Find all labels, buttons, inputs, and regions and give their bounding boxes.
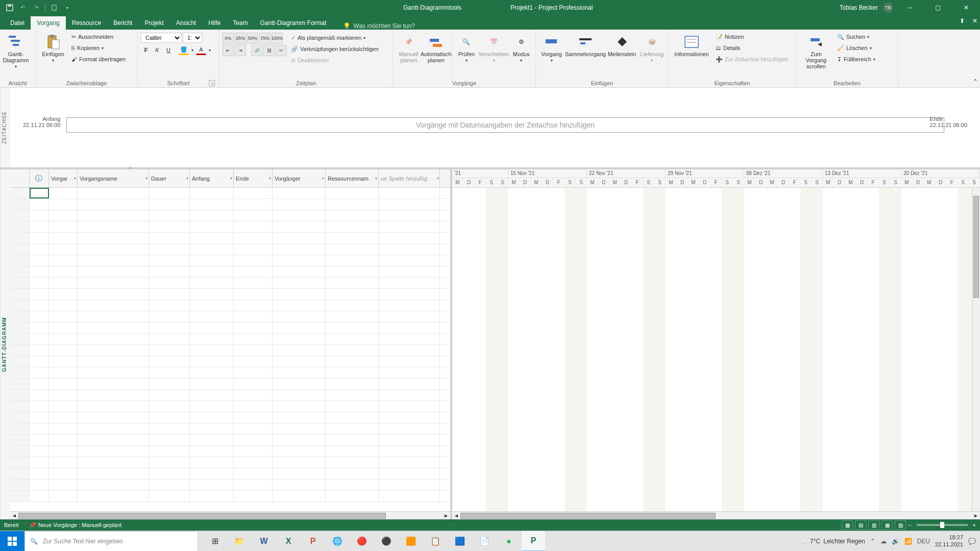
find-button[interactable]: 🔍Suchen ▾ (835, 32, 877, 42)
col-start[interactable]: Anfang▾ (190, 169, 234, 187)
view-resource-sheet-button[interactable]: ▦ (881, 520, 893, 530)
cut-button[interactable]: ✂Ausschneiden (69, 32, 128, 42)
table-row[interactable] (10, 480, 450, 491)
move-button[interactable]: 📅Verschieben▾ (480, 32, 508, 79)
table-row[interactable] (10, 367, 450, 379)
insert-deliverable-button[interactable]: 📦Lieferung▾ (639, 32, 665, 79)
file-explorer-icon[interactable]: 📁 (228, 531, 251, 552)
edge-icon[interactable]: 🟦 (448, 531, 472, 552)
font-size-select[interactable]: 11 (183, 33, 202, 43)
pct-50-button[interactable]: 50% (247, 33, 258, 44)
table-row[interactable] (10, 390, 450, 401)
volume-icon[interactable]: 🔊 (892, 538, 899, 545)
table-row[interactable] (10, 446, 450, 457)
tab-vorgang[interactable]: Vorgang (31, 16, 66, 30)
add-to-timeline-button[interactable]: ➕Zur Zeitachse hinzufügen (714, 54, 790, 64)
table-hscroll[interactable]: ◄ ► (10, 511, 450, 519)
gantt-diagram-button[interactable]: Gantt- Diagramm ▾ (3, 32, 29, 79)
bold-button[interactable]: F (141, 45, 151, 55)
touch-mode-icon[interactable] (50, 3, 59, 12)
table-row[interactable] (10, 401, 450, 412)
col-add-new[interactable]: ue Spalte hinzufüg▾ (379, 169, 440, 187)
manual-schedule-button[interactable]: 📌Manuell planen (396, 32, 421, 79)
table-row[interactable] (10, 379, 450, 390)
chrome-icon[interactable]: 🔴 (350, 531, 374, 552)
chart-hscroll[interactable]: ◄ ► (452, 511, 980, 519)
table-row[interactable] (10, 322, 450, 334)
mark-on-track-button[interactable]: ✓Als plangemäß markieren ▾ (289, 33, 381, 43)
outdent-button[interactable]: ⇤ (223, 45, 234, 56)
pct-100-button[interactable]: 100% (272, 33, 283, 44)
split-button[interactable]: ✂ (276, 45, 287, 56)
notepad-icon[interactable]: 📄 (473, 531, 496, 552)
insert-task-button[interactable]: Vorgang▾ (539, 32, 564, 79)
taskbar-clock[interactable]: 18:27 22.11.2021 (935, 534, 963, 547)
taskbar-search[interactable]: 🔍 Zur Suche Text hier eingeben (24, 531, 198, 552)
insert-milestone-button[interactable]: Meilenstein (607, 32, 637, 79)
col-task-name[interactable]: Vorgangsname▾ (78, 169, 149, 187)
edge-legacy-icon[interactable]: 🌐 (326, 531, 349, 552)
pct-0-button[interactable]: 0% (223, 33, 234, 44)
table-row[interactable] (10, 199, 450, 210)
font-name-select[interactable]: Calibri (141, 33, 182, 43)
paste-button[interactable]: Einfügen ▾ (39, 32, 67, 79)
app-icon-2[interactable]: 📋 (424, 531, 447, 552)
save-icon[interactable] (5, 3, 14, 12)
notes-button[interactable]: 📝Notizen (714, 32, 790, 42)
qat-customize-icon[interactable]: ▾ (63, 3, 72, 12)
respect-links-button[interactable]: 🔗Verknüpfungen berücksichtigen (289, 44, 381, 54)
link-button[interactable]: 🔗 (251, 45, 262, 56)
copy-button[interactable]: ⎘Kopieren ▾ (69, 43, 128, 53)
font-dialog-launcher[interactable]: ↘ (209, 80, 215, 86)
windows-start-button[interactable] (0, 531, 24, 552)
project-icon[interactable]: P (522, 531, 545, 552)
ribbon-close-icon[interactable]: ✕ (972, 17, 977, 24)
zoom-slider[interactable] (917, 524, 968, 526)
user-avatar[interactable]: TB (883, 3, 893, 13)
highlight-dropdown[interactable]: ▾ (190, 45, 195, 55)
timeline-bar[interactable]: Vorgänge mit Datumsangaben der Zeitachse… (66, 117, 944, 133)
table-row[interactable] (10, 412, 450, 423)
tell-me-input[interactable] (354, 22, 456, 30)
view-report-button[interactable]: ▧ (895, 520, 906, 530)
insert-summary-button[interactable]: Sammelvorgang (566, 32, 605, 79)
font-color-dropdown[interactable]: ▾ (207, 45, 212, 55)
redo-icon[interactable]: ↷ (32, 3, 41, 12)
fill-button[interactable]: ↧Füllbereich ▾ (835, 54, 877, 64)
vertical-scrollbar[interactable] (972, 188, 980, 511)
italic-button[interactable]: K (152, 45, 162, 55)
pct-75-button[interactable]: 75% (259, 33, 271, 44)
close-button[interactable]: ✕ (954, 0, 977, 15)
language-indicator[interactable]: DEU (917, 538, 930, 545)
table-row[interactable] (10, 457, 450, 468)
table-row[interactable] (10, 435, 450, 446)
unlink-button[interactable]: ⛓ (263, 45, 275, 56)
weather-widget[interactable]: ☁️ 7°C Leichter Regen (799, 538, 865, 545)
inspect-button[interactable]: 🔍Prüfen▾ (455, 32, 477, 79)
view-gantt-button[interactable]: ▦ (842, 520, 853, 530)
task-view-button[interactable]: ⊞ (203, 531, 227, 552)
col-resources[interactable]: Ressourcennam▾ (326, 169, 379, 187)
notifications-icon[interactable]: 💬 (968, 538, 976, 545)
view-team-planner-button[interactable]: ▥ (868, 520, 879, 530)
table-row[interactable] (10, 266, 450, 278)
highlight-color-button[interactable]: 🪣 (179, 45, 189, 55)
undo-icon[interactable]: ↶ (18, 3, 28, 12)
tab-datei[interactable]: Datei (4, 16, 31, 30)
mode-button[interactable]: ⚙Modus▾ (510, 32, 532, 79)
col-predecessors[interactable]: Vorgänger▾ (273, 169, 326, 187)
format-painter-button[interactable]: 🖌Format übertragen (69, 54, 128, 64)
pane-splitter[interactable]: ⁞⁞ (122, 165, 138, 169)
powerpoint-icon[interactable]: P (301, 531, 325, 552)
user-name[interactable]: Tobias Becker (840, 4, 878, 11)
deactivate-button[interactable]: ⊘Deaktivieren (289, 55, 381, 65)
word-icon[interactable]: W (252, 531, 276, 552)
app-icon-1[interactable]: 🟧 (399, 531, 423, 552)
table-row[interactable] (10, 289, 450, 300)
col-mode[interactable]: Vorgar▾ (49, 169, 78, 187)
status-new-tasks[interactable]: Neue Vorgänge : Manuell geplant (38, 522, 121, 528)
information-button[interactable]: Informationen (672, 32, 712, 79)
tab-bericht[interactable]: Bericht (107, 16, 138, 30)
tab-projekt[interactable]: Projekt (138, 16, 169, 30)
table-row[interactable] (10, 345, 450, 356)
